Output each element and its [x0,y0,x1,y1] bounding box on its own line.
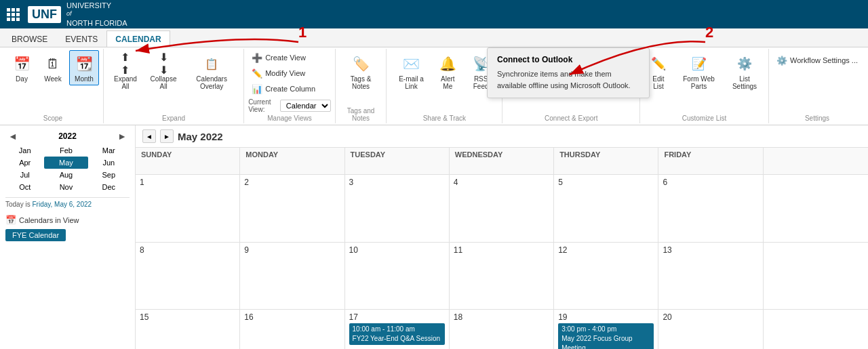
customize-list-label: Customize List [644,113,764,122]
event-fy22-qa[interactable]: 10:00 am - 11:00 amFY22 Year-End Q&A Ses… [349,323,445,345]
settings-group-label: Settings [773,113,861,122]
share-track-group: ✉️ E-mail a Link 🔔 Alert Me 📡 RSS Feed S… [387,49,502,123]
tab-browse[interactable]: BROWSE [3,30,56,47]
expand-all-button[interactable]: ⬆⬆ Expand All [108,50,143,93]
tab-events[interactable]: EVENTS [56,30,106,47]
manage-views-group: ➕ Create View ✏️ Modify View 📊 Create Co… [244,49,336,123]
modify-view-button[interactable]: ✏️ Modify View [248,66,331,81]
expand-group-label: Expand [108,113,239,122]
mini-cal-aug[interactable]: Aug [44,169,87,181]
connect-outlook-tooltip: Connect to Outlook Synchronize items and… [487,47,650,98]
scope-group: 📅 Day 🗓 Week 📆 Month Scope [3,49,104,123]
day-header-monday: MONDAY [240,148,344,175]
ribbon-toolbar: 📅 Day 🗓 Week 📆 Month Scope ⬆⬆ Expand All… [0,47,868,125]
mini-cal-nov[interactable]: Nov [44,181,87,193]
mini-cal-mar[interactable]: Mar [88,144,130,157]
cal-cell-13[interactable]: 13 [658,243,763,310]
current-view-select[interactable]: Calendar [280,100,331,112]
fye-calendar-badge[interactable]: FYE Calendar [5,229,66,241]
form-web-parts-button[interactable]: 📝 Form Web Parts [674,50,724,93]
ribbon-tabs: BROWSE EVENTS CALENDAR [0,28,868,47]
alert-me-button[interactable]: 🔔 Alert Me [433,50,462,93]
cal-cell-10[interactable]: 10 [345,243,450,310]
tooltip-title: Connect to Outlook [497,55,639,64]
mini-calendar-grid: Jan Feb Mar Apr May Jun Jul Aug Sep Oct … [5,144,130,193]
calendars-overlay-button[interactable]: 📋 Calendars Overlay [184,50,239,93]
cal-cell-3[interactable]: 3 [345,175,450,242]
cal-cell-15[interactable]: 15 [136,310,240,349]
list-settings-button[interactable]: ⚙️ List Settings [725,50,764,93]
day-button[interactable]: 📅 Day [7,50,37,85]
month-button[interactable]: 📆 Month [69,50,99,85]
mini-cal-sep[interactable]: Sep [88,169,130,181]
day-header-friday: FRIDAY [658,148,763,175]
calendar-month-title: May 2022 [178,131,223,142]
workflow-settings-button[interactable]: ⚙️ Workflow Settings ... [773,53,861,68]
unf-logo: UNF UNIVERSITY of NORTH FLORIDA [28,1,127,28]
calendar-grid: SUNDAY MONDAY TUESDAY WEDNESDAY THURSDAY… [136,148,868,349]
today-text: Today is Friday, May 6, 2022 [5,197,130,208]
scope-group-label: Scope [7,113,99,122]
calendar-next-button[interactable]: ► [160,129,174,143]
connect-export-label: Connect & Export [507,113,635,122]
app-launcher-icon[interactable] [7,8,20,21]
unf-full-name: UNIVERSITY of NORTH FLORIDA [66,1,127,28]
create-view-button[interactable]: ➕ Create View [248,50,331,65]
mini-cal-header: ◄ 2022 ► [5,131,130,142]
customize-list-group: ✏️ Edit List 📝 Form Web Parts ⚙️ List Se… [640,49,769,123]
sidebar: ◄ 2022 ► Jan Feb Mar Apr May Jun Jul Aug [0,125,136,349]
manage-views-label: Manage Views [248,113,331,122]
today-link[interactable]: Friday, May 6, 2022 [32,201,92,208]
cal-cell-16[interactable]: 16 [240,310,344,349]
email-link-button[interactable]: ✉️ E-mail a Link [391,50,431,93]
cal-cell-1[interactable]: 1 [136,175,240,242]
mini-cal-may[interactable]: May [44,157,87,169]
cal-cell-11[interactable]: 11 [450,243,554,310]
calendar-view: ◄ ► May 2022 SUNDAY MONDAY TUESDAY WEDNE… [136,125,868,349]
mini-cal-oct[interactable]: Oct [5,181,44,193]
calendars-in-view: 📅 Calendars in View FYE Calendar [5,215,130,241]
cal-cell-12[interactable]: 12 [554,243,658,310]
settings-group: ⚙️ Workflow Settings ... Settings [769,49,865,123]
top-navigation: UNF UNIVERSITY of NORTH FLORIDA [0,0,868,28]
mini-cal-feb[interactable]: Feb [44,144,87,157]
mini-cal-jun[interactable]: Jun [88,157,130,169]
cal-cell-8[interactable]: 8 [136,243,240,310]
mini-cal-jul[interactable]: Jul [5,169,44,181]
collapse-all-button[interactable]: ⬇⬇ Collapse All [144,50,182,93]
cal-cell-2[interactable]: 2 [240,175,344,242]
calendar-icon: 📅 [5,215,16,225]
cal-cell-6[interactable]: 6 [658,175,763,242]
day-header-thursday: THURSDAY [554,148,658,175]
mini-cal-dec[interactable]: Dec [88,181,130,193]
cal-cell-18[interactable]: 18 [450,310,554,349]
cal-cell-19[interactable]: 19 3:00 pm - 4:00 pmMay 2022 Focus Group… [554,310,658,349]
current-view-label: Current View: [248,98,277,113]
cal-cell-empty-3[interactable] [764,310,868,349]
mini-cal-row-2: Apr May Jun [5,157,130,169]
cal-cell-9[interactable]: 9 [240,243,344,310]
manage-views-col: ➕ Create View ✏️ Modify View 📊 Create Co… [248,50,331,113]
mini-cal-next[interactable]: ► [115,131,130,142]
cal-cell-5[interactable]: 5 [554,175,658,242]
day-header-saturday [764,148,868,175]
event-focus-group[interactable]: 3:00 pm - 4:00 pmMay 2022 Focus Group Me… [558,323,654,349]
cal-cell-20[interactable]: 20 [658,310,763,349]
mini-cal-apr[interactable]: Apr [5,157,44,169]
cal-cell-4[interactable]: 4 [450,175,554,242]
day-header-sunday: SUNDAY [136,148,240,175]
tab-calendar[interactable]: CALENDAR [106,30,170,47]
tags-notes-button[interactable]: 🏷️ Tags & Notes [340,50,382,93]
mini-cal-prev[interactable]: ◄ [5,131,20,142]
calendars-in-view-label: Calendars in View [19,216,79,224]
calendar-prev-button[interactable]: ◄ [142,129,156,143]
create-column-button[interactable]: 📊 Create Column [248,81,331,96]
mini-cal-jan[interactable]: Jan [5,144,44,157]
week-button[interactable]: 🗓 Week [38,50,68,85]
cal-cell-empty-1[interactable] [764,175,868,242]
tags-notes-label: Tags and Notes [340,106,382,122]
mini-cal-row-4: Oct Nov Dec [5,181,130,193]
cal-cell-empty-2[interactable] [764,243,868,310]
cal-cell-17[interactable]: 17 10:00 am - 11:00 amFY22 Year-End Q&A … [345,310,450,349]
expand-group: ⬆⬆ Expand All ⬇⬇ Collapse All 📋 Calendar… [104,49,244,123]
